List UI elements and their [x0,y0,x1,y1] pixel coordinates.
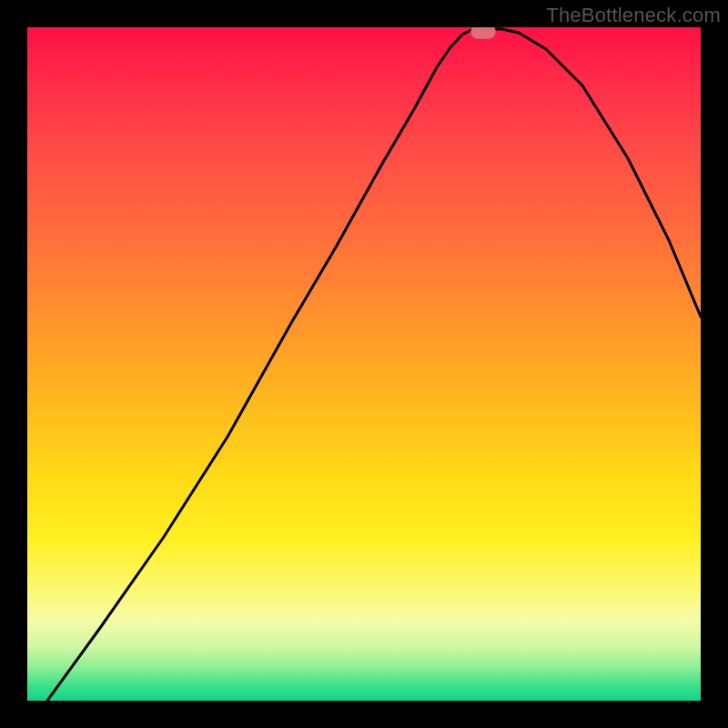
plot-area [27,27,701,701]
bottleneck-curve [27,27,701,701]
optimum-marker [470,27,496,39]
watermark-text: TheBottleneck.com [546,4,721,27]
chart-frame: TheBottleneck.com [0,0,728,728]
